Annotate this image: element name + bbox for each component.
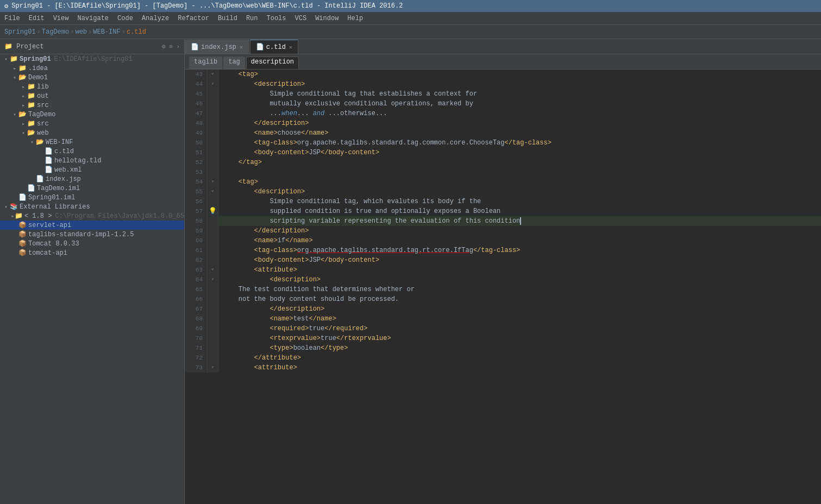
line-content: </description>: [218, 304, 821, 314]
line-gutter[interactable]: ▾: [208, 275, 218, 285]
line-content: [218, 167, 821, 177]
line-gutter[interactable]: ▾: [208, 265, 218, 275]
tree-icon: 📄: [45, 147, 53, 155]
struct-tab-description[interactable]: description: [246, 56, 299, 69]
line-number: 64: [185, 275, 208, 285]
breadcrumb-item-web[interactable]: web: [75, 28, 87, 36]
tree-arrow: ▸: [11, 65, 18, 72]
editor-tab-ctld-tab[interactable]: 📄c.tld✕: [250, 40, 298, 54]
fold-icon[interactable]: ▾: [211, 79, 214, 89]
tree-item-demo1[interactable]: ▾📂 Demo1: [0, 73, 184, 82]
menu-item-help[interactable]: Help: [343, 14, 367, 23]
breadcrumb-item-Spring01[interactable]: Spring01: [4, 28, 36, 36]
tree-item-webinf[interactable]: ▾📂 WEB-INF: [0, 137, 184, 147]
tree-item-idea[interactable]: ▸📁 .idea: [0, 64, 184, 73]
tree-icon: 📄: [18, 193, 27, 201]
line-gutter: [208, 226, 218, 236]
line-gutter: [208, 118, 218, 128]
tree-item-src[interactable]: ▸📁 src: [0, 100, 184, 110]
code-line: 47 ...when... and ...otherwise...: [185, 109, 821, 118]
fold-icon[interactable]: ▾: [211, 177, 214, 187]
menu-bar: FileEditViewNavigateCodeAnalyzeRefactorB…: [0, 12, 821, 25]
line-gutter: [208, 245, 218, 255]
tree-icon: 📁: [10, 55, 18, 63]
tab-close-button[interactable]: ✕: [240, 44, 243, 51]
line-gutter: [208, 294, 218, 304]
line-content: <type>boolean</type>: [218, 343, 821, 353]
breadcrumb-item-TagDemo[interactable]: TagDemo: [42, 28, 69, 36]
tree-item-hellotag[interactable]: 📄 hellotag.tld: [0, 156, 184, 165]
sidebar-controls[interactable]: ⚙ ≡ ›: [162, 43, 180, 50]
line-content: </tag>: [218, 158, 821, 167]
line-number: 53: [185, 167, 208, 177]
line-content: </attribute>: [218, 353, 821, 363]
line-content: <required>true</required>: [218, 324, 821, 333]
tree-item-web[interactable]: ▾📂 web: [0, 128, 184, 137]
line-content: mutually exclusive conditional operation…: [218, 99, 821, 109]
line-gutter[interactable]: ▾: [208, 70, 218, 79]
tree-item-tagdemo[interactable]: ▾📂 TagDemo: [0, 110, 184, 119]
tree-item-tagdemoiml[interactable]: 📄 TagDemo.iml: [0, 184, 184, 193]
line-gutter[interactable]: ▾: [208, 177, 218, 187]
tree-arrow: ▸: [20, 121, 27, 127]
menu-item-run[interactable]: Run: [242, 14, 262, 23]
bulb-icon: 💡: [209, 206, 217, 216]
menu-item-code[interactable]: Code: [113, 14, 137, 23]
code-line: 69 <required>true</required>: [185, 324, 821, 333]
line-gutter[interactable]: 💡: [208, 206, 218, 216]
editor-tab-indexjsp-tab[interactable]: 📄index.jsp✕: [185, 40, 249, 54]
tree-icon: 📦: [18, 249, 27, 257]
line-number: 52: [185, 158, 208, 167]
app-icon: ⚙: [4, 2, 8, 10]
tree-item-spring01-root[interactable]: ▾📁 Spring01E:\IDEAfile\Spring01: [0, 54, 184, 64]
tree-item-tomcat[interactable]: 📦 Tomcat 8.0.33: [0, 239, 184, 248]
tree-item-tagdemo-src[interactable]: ▸📁 src: [0, 119, 184, 128]
fold-icon[interactable]: ▾: [211, 187, 214, 197]
line-content: <name>if</name>: [218, 236, 821, 245]
menu-item-file[interactable]: File: [0, 14, 24, 23]
struct-tab-taglib[interactable]: taglib: [189, 56, 222, 69]
tree-item-ext-libs[interactable]: ▾📚 External Libraries: [0, 202, 184, 211]
breadcrumb-item-WEB-INF[interactable]: WEB-INF: [93, 28, 120, 36]
line-gutter[interactable]: ▾: [208, 187, 218, 197]
fold-icon[interactable]: ▾: [211, 363, 214, 373]
tree-label: Demo1: [28, 74, 48, 81]
menu-item-refactor[interactable]: Refactor: [173, 14, 214, 23]
line-gutter: [208, 148, 218, 158]
line-gutter: [208, 314, 218, 324]
menu-item-tools[interactable]: Tools: [262, 14, 291, 23]
menu-item-build[interactable]: Build: [214, 14, 242, 23]
code-line: 50 <tag-class>org.apache.taglibs.standar…: [185, 138, 821, 148]
struct-tab-tag[interactable]: tag: [223, 56, 245, 69]
line-content: Simple conditional tag that establishes …: [218, 89, 821, 99]
menu-item-navigate[interactable]: Navigate: [73, 14, 113, 23]
tree-item-indexjsp[interactable]: 📄 index.jsp: [0, 174, 184, 184]
line-number: 54: [185, 177, 208, 187]
tree-item-spring01iml[interactable]: 📄 Spring01.iml: [0, 193, 184, 202]
tree-item-webxml[interactable]: 📄 web.xml: [0, 165, 184, 174]
tree-item-servlet-api[interactable]: 📦 servlet-api: [0, 220, 184, 230]
code-line: 61 <tag-class>org.apache.taglibs.standar…: [185, 245, 821, 255]
fold-icon[interactable]: ▾: [211, 275, 214, 285]
tree-icon: 📦: [18, 221, 27, 229]
menu-item-vcs[interactable]: VCS: [291, 14, 311, 23]
tree-item-ctld[interactable]: 📄 c.tld: [0, 147, 184, 156]
tree-item-taglibs[interactable]: 📦 taglibs-standard-impl-1.2.5: [0, 230, 184, 239]
line-gutter[interactable]: ▾: [208, 363, 218, 373]
fold-icon[interactable]: ▾: [211, 265, 214, 275]
tab-close-button[interactable]: ✕: [289, 44, 292, 51]
title-bar: ⚙ Spring01 - [E:\IDEAfile\Spring01] - [T…: [0, 0, 821, 12]
breadcrumb-item-c.tld[interactable]: c.tld: [127, 28, 146, 36]
menu-item-analyze[interactable]: Analyze: [137, 14, 173, 23]
tree-item-tomcat-api[interactable]: 📦 tomcat-api: [0, 248, 184, 257]
fold-icon[interactable]: ▾: [211, 70, 214, 79]
menu-item-view[interactable]: View: [49, 14, 73, 23]
menu-item-edit[interactable]: Edit: [24, 14, 49, 23]
code-editor[interactable]: 43▾ <tag>44▾ <description>45 Simple cond…: [185, 70, 821, 504]
structure-tabs: taglibtagdescription: [185, 54, 821, 70]
line-gutter[interactable]: ▾: [208, 79, 218, 89]
tree-item-lib[interactable]: ▸📁 lib: [0, 82, 184, 91]
menu-item-window[interactable]: Window: [311, 14, 343, 23]
tree-item-jdk18[interactable]: ▸📁 < 1.8 >C:\Program Files\Java\jdk1.8.0…: [0, 211, 184, 220]
tree-item-out[interactable]: ▸📁 out: [0, 91, 184, 100]
